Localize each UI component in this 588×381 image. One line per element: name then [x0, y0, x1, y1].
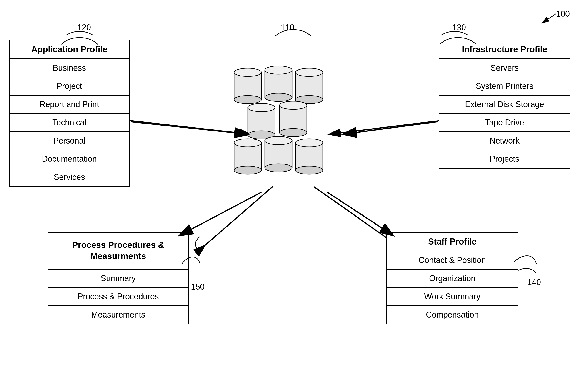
svg-point-12 — [265, 66, 292, 74]
staff-item-compensation: Compensation — [387, 306, 518, 324]
infra-item-network: Network — [439, 132, 570, 150]
staff-item-work-summary: Work Summary — [387, 288, 518, 306]
infra-item-tape: Tape Drive — [439, 114, 570, 132]
svg-line-5 — [314, 186, 398, 246]
ref-110: 110 — [281, 23, 294, 32]
app-item-project: Project — [10, 77, 129, 95]
staff-profile-header: Staff Profile — [387, 233, 518, 251]
infra-item-projects: Projects — [439, 150, 570, 168]
svg-line-4 — [205, 186, 273, 246]
svg-point-20 — [280, 129, 307, 137]
staff-item-organization: Organization — [387, 269, 518, 288]
ref-150: 150 — [191, 282, 205, 291]
app-item-services: Services — [10, 168, 129, 186]
infra-item-disk: External Disk Storage — [439, 95, 570, 114]
staff-item-contact: Contact & Position — [387, 251, 518, 269]
app-item-personal: Personal — [10, 132, 129, 150]
infra-item-printers: System Printers — [439, 77, 570, 95]
app-item-business: Business — [10, 59, 129, 77]
ref-120: 120 — [77, 23, 91, 32]
process-item-summary: Summary — [48, 269, 188, 288]
app-item-report: Report and Print — [10, 95, 129, 114]
app-profile-header: Application Profile — [10, 41, 129, 59]
svg-point-23 — [234, 166, 261, 174]
database-svg — [232, 64, 359, 191]
svg-line-35 — [327, 192, 393, 235]
application-profile-box: Application Profile Business Project Rep… — [9, 40, 129, 187]
svg-point-30 — [295, 139, 323, 147]
svg-line-6 — [543, 14, 556, 23]
svg-line-34 — [180, 192, 261, 235]
svg-point-9 — [234, 68, 261, 76]
app-item-technical: Technical — [10, 114, 129, 132]
app-item-documentation: Documentation — [10, 150, 129, 168]
infrastructure-profile-box: Infrastructure Profile Servers System Pr… — [439, 40, 570, 169]
svg-point-26 — [265, 164, 292, 172]
process-box: Process Procedures & Measurments Summary… — [48, 232, 189, 324]
svg-point-18 — [248, 104, 275, 112]
svg-point-29 — [295, 166, 323, 174]
infra-item-servers: Servers — [439, 59, 570, 77]
staff-profile-box: Staff Profile Contact & Position Organiz… — [386, 232, 518, 324]
svg-point-27 — [265, 136, 292, 145]
svg-point-15 — [295, 68, 323, 76]
ref-140: 140 — [527, 277, 541, 287]
diagram-container: 100 110 120 130 140 150 Application Prof… — [0, 0, 588, 381]
svg-line-32 — [131, 122, 248, 134]
process-header: Process Procedures & Measurments — [48, 233, 188, 269]
process-item-measurements: Measurements — [48, 306, 188, 324]
ref-130: 130 — [452, 23, 466, 32]
database-cluster — [232, 64, 359, 191]
svg-point-11 — [265, 93, 292, 101]
svg-point-24 — [234, 139, 261, 147]
ref-100-arrow — [538, 11, 561, 25]
svg-point-21 — [280, 101, 307, 110]
process-item-procedures: Process & Procedures — [48, 288, 188, 306]
svg-point-8 — [234, 95, 261, 104]
infra-profile-header: Infrastructure Profile — [439, 41, 570, 59]
